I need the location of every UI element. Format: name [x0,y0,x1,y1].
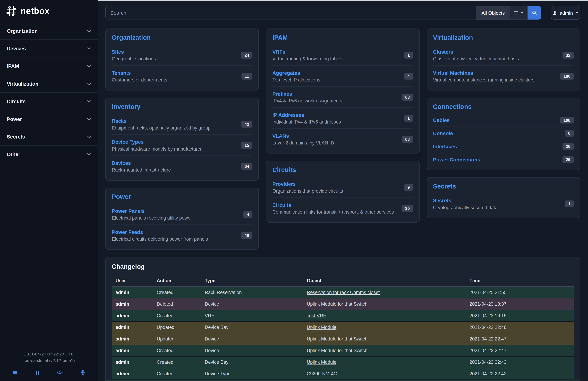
count-badge: 26 [562,143,574,150]
sidebar-item-ipam[interactable]: IPAM [0,58,98,75]
row-more-button[interactable]: ··· [556,287,574,298]
row-more-button[interactable]: ··· [556,298,574,310]
device-types-link[interactable]: Device Types [112,139,144,145]
filter-options-button[interactable] [510,6,528,20]
changelog-title: Changelog [112,263,574,271]
row-more-button[interactable]: ··· [556,333,574,345]
sidebar-item-other[interactable]: Other [0,146,98,163]
changelog-time: 2021-04-22 22:47 [466,333,556,345]
sidebar-item-organization[interactable]: Organization [0,22,98,40]
row-more-button[interactable]: ··· [556,310,574,321]
vrfs-link[interactable]: VRFs [272,49,285,55]
object-description: Communication links for transit, transpo… [272,209,394,215]
card-organization: Organization Sites Geographic locations … [105,29,259,90]
power-connections-link[interactable]: Power Connections [433,157,480,162]
object-description: Individual IPv4 & IPv6 addresses [272,119,341,125]
racks-link[interactable]: Racks [112,118,127,124]
docs-book-icon[interactable] [13,370,18,376]
sites-link[interactable]: Sites [112,49,124,55]
changelog-type: Device Bay [201,356,303,368]
globe-icon[interactable] [80,370,86,376]
secrets-link[interactable]: Secrets [433,198,451,203]
main-content: All Objects admin Organization [98,0,588,381]
search-icon [532,10,537,15]
object-row: Console 0 [433,126,574,140]
count-badge: 42 [241,121,252,127]
count-badge: 26 [562,156,574,163]
aggregates-link[interactable]: Aggregates [272,70,300,76]
search-input[interactable] [105,6,476,20]
changelog-user: admin [112,356,153,368]
console-link[interactable]: Console [433,130,453,136]
chevron-down-icon [87,116,91,121]
ip-addresses-link[interactable]: IP Addresses [272,112,304,118]
power-panels-link[interactable]: Power Panels [112,208,145,214]
card-secrets: Secrets Secrets Cryptographically secure… [427,177,580,218]
object-description: Rack-mounted infrastructure [112,167,171,173]
top-scrollbar[interactable] [98,0,588,1]
providers-link[interactable]: Providers [272,181,296,187]
changelog-action: Deleted [153,298,201,310]
devices-link[interactable]: Devices [112,160,131,166]
netbox-logo-icon [6,6,17,17]
count-badge: 9 [404,184,413,190]
sidebar-item-virtualization[interactable]: Virtualization [0,75,98,93]
row-more-button[interactable]: ··· [556,368,574,380]
object-row: Aggregates Top-level IP allocations 4 [272,65,413,86]
object-row: Power Connections 26 [433,153,574,166]
rest-api-braces-icon[interactable]: {} [36,370,39,376]
object-description: IPv4 & IPv6 network assignments [272,98,342,104]
user-menu-button[interactable]: admin [551,6,580,20]
tenants-link[interactable]: Tenants [112,70,131,76]
netbox-logo[interactable]: netbox [0,0,98,22]
vlans-link[interactable]: VLANs [272,133,289,139]
sidebar-item-power[interactable]: Power [0,110,98,128]
object-description: Virtual compute instances running inside… [433,77,535,83]
row-more-button[interactable]: ··· [556,321,574,333]
object-row: Racks Equipment racks, optionally organi… [112,114,252,134]
changelog-object-link[interactable]: Reservation for rack Comms closet [307,290,380,295]
count-badge: 108 [560,117,574,124]
card-ipam: IPAM VRFs Virtual routing & forwarding t… [266,29,420,154]
changelog-type: VRF [201,310,303,321]
row-more-button[interactable]: ··· [556,356,574,368]
server-timestamp: 2021-04-26 07:22:28 UTC [4,351,95,357]
changelog-object-link[interactable]: Uplink Module [307,359,336,365]
changelog-action: Created [153,345,201,356]
row-more-button[interactable]: ··· [556,345,574,356]
changelog-action: Created [153,356,201,368]
object-description: Cryptographically secured data [433,205,498,210]
changelog-panel: Changelog User Action Type Object Time [105,257,580,381]
sidebar-item-label: Devices [7,45,26,51]
object-row: Devices Rack-mounted infrastructure 64 [112,156,252,177]
clusters-link[interactable]: Clusters [433,49,453,55]
sidebar-item-circuits[interactable]: Circuits [0,93,98,110]
sidebar-item-secrets[interactable]: Secrets [0,128,98,146]
object-description: Physical hardware models by manufacturer [112,146,202,152]
search-submit-button[interactable] [528,6,541,20]
object-row: Sites Geographic locations 24 [112,45,252,65]
changelog-object-link[interactable]: Uplink Module [307,325,336,330]
changelog-object-link[interactable]: C9200-NM-4G [307,371,337,376]
interfaces-link[interactable]: Interfaces [433,144,457,149]
app: netbox Organization Devices IPAM Virtual… [0,0,588,381]
object-row: Prefixes IPv4 & IPv6 network assignments… [272,86,413,107]
changelog-object-link[interactable]: Test VRF [307,313,326,318]
card-title: Connections [433,103,574,111]
count-badge: 32 [562,52,574,58]
virtual-machines-link[interactable]: Virtual Machines [433,70,473,76]
cables-link[interactable]: Cables [433,117,450,123]
circuits-link[interactable]: Circuits [272,202,291,208]
sidebar-item-devices[interactable]: Devices [0,40,98,57]
all-objects-button[interactable]: All Objects [476,6,510,20]
power-feeds-link[interactable]: Power Feeds [112,229,143,235]
card-title: Power [112,193,252,201]
count-badge: 64 [241,163,252,169]
chevron-down-icon [87,64,91,68]
count-badge: 30 [402,205,413,211]
count-badge: 180 [560,73,574,79]
prefixes-link[interactable]: Prefixes [272,91,292,97]
col-user: User [112,275,153,287]
code-icon[interactable]: <> [57,370,63,376]
sidebar-item-label: Virtualization [7,81,39,87]
